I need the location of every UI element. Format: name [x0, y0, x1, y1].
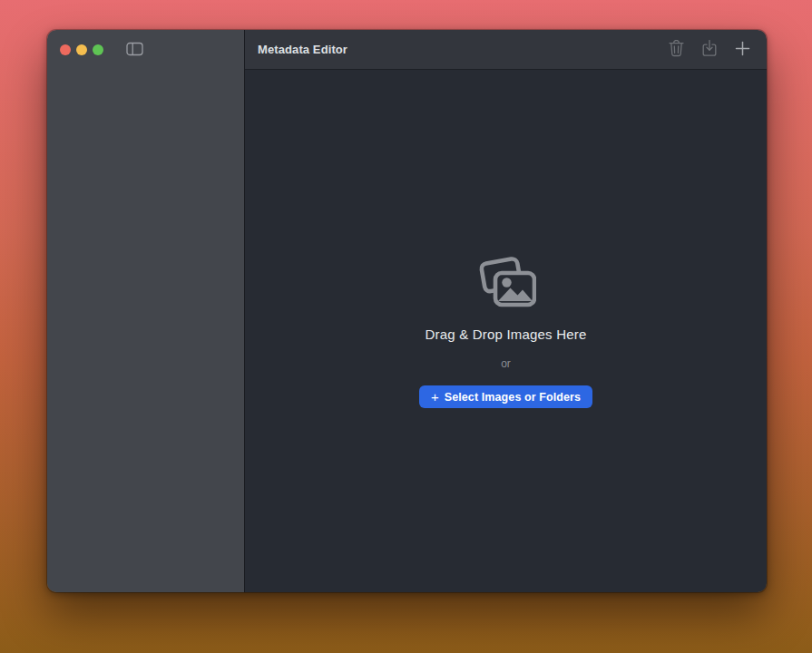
- close-window-button[interactable]: [60, 44, 71, 55]
- sidebar-toggle-button[interactable]: [124, 40, 145, 61]
- app-window: Metadata Editor: [47, 30, 767, 592]
- drop-heading: Drag & Drop Images Here: [425, 326, 586, 342]
- trash-icon: [669, 40, 684, 60]
- add-images-button[interactable]: [733, 39, 752, 61]
- main-pane: Metadata Editor: [245, 30, 767, 592]
- import-arrow-down-icon: [701, 39, 718, 60]
- drop-zone[interactable]: Drag & Drop Images Here or + Select Imag…: [245, 70, 767, 592]
- minimize-window-button[interactable]: [76, 44, 87, 55]
- sidebar-titlebar: [47, 30, 244, 70]
- button-plus-icon: +: [431, 390, 439, 404]
- titlebar: Metadata Editor: [245, 30, 767, 70]
- photo-stack-icon: [476, 254, 536, 308]
- zoom-window-button[interactable]: [93, 44, 103, 55]
- traffic-lights: [60, 44, 103, 55]
- select-images-button[interactable]: + Select Images or Folders: [419, 385, 592, 408]
- or-separator: or: [501, 357, 511, 370]
- page-title: Metadata Editor: [258, 43, 347, 56]
- sidebar: [47, 30, 245, 592]
- sidebar-toggle-icon: [126, 42, 143, 59]
- import-button[interactable]: [699, 37, 719, 62]
- delete-button[interactable]: [667, 38, 686, 62]
- select-images-button-label: Select Images or Folders: [445, 391, 581, 404]
- plus-icon: [735, 41, 750, 59]
- toolbar: [667, 37, 752, 62]
